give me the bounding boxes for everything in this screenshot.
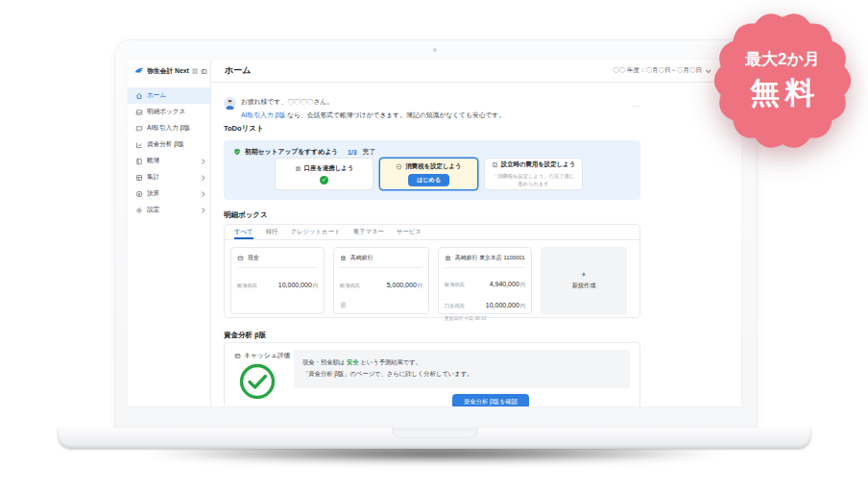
sidebar-item-label: 設定 bbox=[147, 206, 159, 214]
sidebar: 弥生会計 Next ホーム 明細ボックス bbox=[128, 60, 211, 406]
bank-icon bbox=[445, 255, 451, 261]
app-grid-icon[interactable] bbox=[192, 68, 198, 74]
balance-value: 4,940,000 bbox=[490, 281, 519, 287]
cash-evaluation-label: キャッシュ評価 bbox=[234, 351, 290, 360]
table-icon bbox=[135, 174, 143, 182]
tab-service[interactable]: サービス bbox=[397, 225, 422, 239]
sidebar-item-label: ホーム bbox=[147, 91, 166, 100]
yayoi-bird-logo-icon bbox=[134, 66, 144, 76]
free-badge-text: 最大2か月 無料 bbox=[706, 4, 859, 158]
fund-analysis-heading: 資金分析 β版 bbox=[224, 331, 266, 340]
fund-analysis-button[interactable]: 資金分析 β版を確認 bbox=[452, 394, 529, 406]
balance-label: 帳簿残高 bbox=[340, 283, 360, 289]
laptop-screen-bezel: 弥生会計 Next ホーム 明細ボックス bbox=[115, 40, 757, 428]
todo-card-title: 消費税を設定しよう bbox=[396, 162, 461, 171]
account-cards: 現金 帳簿残高 10,000,000円 高崎銀行 bbox=[225, 240, 639, 321]
sidebar-item-ledgers[interactable]: 帳簿 bbox=[128, 153, 210, 169]
avatar bbox=[224, 97, 236, 110]
balance-unit: 円 bbox=[520, 303, 525, 308]
line-chart-icon bbox=[135, 141, 143, 149]
shield-icon bbox=[233, 148, 241, 156]
tab-e-money[interactable]: 電子マネー bbox=[353, 225, 384, 239]
sidebar-item-statement-box[interactable]: 明細ボックス bbox=[128, 104, 210, 120]
laptop-camera-dot bbox=[433, 48, 437, 52]
account-card-cash[interactable]: 現金 帳簿残高 10,000,000円 bbox=[230, 247, 325, 314]
account-card-header: 高崎銀行 東京本店 1100001 bbox=[445, 254, 525, 268]
receipt-scan-icon[interactable] bbox=[340, 302, 347, 308]
more-menu-icon[interactable]: … bbox=[632, 100, 640, 109]
sidebar-collapse-icon[interactable] bbox=[201, 68, 207, 75]
todo-card-label: 口座を連携しよう bbox=[304, 164, 354, 173]
balance-value: 5,000,000 bbox=[387, 282, 417, 288]
sidebar-item-ai-entry[interactable]: AI取引入力 β版 bbox=[128, 120, 210, 136]
account-card-bank[interactable]: 高崎銀行 帳簿残高 5,000,000円 bbox=[333, 247, 429, 314]
free-badge: 最大2か月 無料 bbox=[706, 4, 859, 158]
todo-cards: 口座を連携しよう ✓ 消費税を設定しよう はじめる bbox=[275, 158, 583, 190]
statement-box-heading: 明細ボックス bbox=[224, 210, 268, 220]
create-account-card[interactable]: + 新規作成 bbox=[541, 247, 627, 314]
balance-row: 帳簿残高 5,000,000円 bbox=[340, 274, 422, 291]
account-card-bank-branch[interactable]: 高崎銀行 東京本店 1100001 帳簿残高 4,940,000円 口座残高 1… bbox=[438, 247, 532, 314]
account-updated-timestamp: 更新日時 今日 08:16 bbox=[445, 315, 525, 321]
statement-tabs: すべて 銀行 クレジットカード 電子マネー サービス bbox=[225, 225, 639, 240]
balance-unit: 円 bbox=[520, 282, 525, 287]
todo-card-label: 設立時の費用を設定しよう bbox=[501, 160, 575, 169]
todo-banner-title: 初期セットアップをすすめよう bbox=[245, 147, 338, 157]
todo-card-title: 口座を連携しよう bbox=[295, 164, 354, 173]
sidebar-item-label: 資金分析 β版 bbox=[147, 140, 184, 149]
todo-card-consumption-tax[interactable]: 消費税を設定しよう はじめる bbox=[379, 158, 478, 190]
sidebar-item-settlement[interactable]: 決算 bbox=[128, 185, 210, 202]
todo-card-label: 消費税を設定しよう bbox=[405, 162, 461, 171]
app-name: 弥生会計 Next bbox=[147, 66, 189, 76]
statement-box: すべて 銀行 クレジットカード 電子マネー サービス 現金 bbox=[224, 224, 640, 318]
balance-unit: 円 bbox=[418, 283, 422, 288]
todo-card-founding-costs[interactable]: 設立時の費用を設定しよう 「消費税を設定しよう」の完了後に 進められます bbox=[484, 158, 583, 190]
app-logo: 弥生会計 Next bbox=[128, 60, 210, 83]
book-icon bbox=[135, 158, 143, 165]
account-name: 高崎銀行 東京本店 1100001 bbox=[455, 254, 525, 262]
tab-bank[interactable]: 銀行 bbox=[266, 225, 278, 239]
balance-label: 口座残高 bbox=[445, 303, 465, 309]
sidebar-item-label: 決算 bbox=[147, 189, 159, 198]
tab-all[interactable]: すべて bbox=[234, 225, 253, 239]
ai-entry-link[interactable]: AI取引入力 β版 bbox=[241, 111, 285, 118]
cash-evaluation-text: キャッシュ評価 bbox=[244, 351, 290, 360]
todo-card-note: 「消費税を設定しよう」の完了後に 進められます bbox=[493, 172, 575, 187]
bank-icon bbox=[295, 165, 301, 172]
balance-label: 帳簿残高 bbox=[237, 283, 257, 289]
todo-card-link-account[interactable]: 口座を連携しよう ✓ bbox=[275, 158, 374, 190]
sidebar-nav: ホーム 明細ボックス AI取引入力 β版 資金分析 β版 bbox=[128, 83, 210, 218]
badge-line1: 最大2か月 bbox=[745, 48, 820, 70]
balance-row: 帳簿残高 4,940,000円 bbox=[445, 273, 525, 290]
balance-label: 帳簿残高 bbox=[445, 282, 465, 288]
balance-row: 帳簿残高 10,000,000円 bbox=[237, 274, 318, 291]
fiscal-period-selector[interactable]: 〇〇 年度：〇月〇日～〇月〇日 bbox=[613, 66, 710, 75]
account-card-header: 高崎銀行 bbox=[340, 254, 422, 268]
sidebar-item-summary[interactable]: 集計 bbox=[128, 169, 210, 185]
gear-icon bbox=[135, 207, 143, 214]
result-safe-badge: 安全 bbox=[347, 358, 359, 365]
fund-analysis-result: 現金・預金額は 安全 という予測結果です。 「資金分析 β版」のページで、さらに… bbox=[294, 350, 630, 388]
sidebar-item-label: 帳簿 bbox=[147, 157, 159, 165]
account-card-header: 現金 bbox=[237, 254, 318, 268]
fund-result-line2: 「資金分析 β版」のページで、さらに詳しく分析しています。 bbox=[302, 368, 621, 380]
fund-result-line1: 現金・預金額は 安全 という予測結果です。 bbox=[302, 357, 621, 368]
balance-unit: 円 bbox=[313, 283, 318, 288]
tab-credit-card[interactable]: クレジットカード bbox=[290, 225, 340, 239]
sidebar-item-settings[interactable]: 設定 bbox=[128, 202, 210, 218]
laptop-lid-notch bbox=[392, 428, 478, 438]
fiscal-period-label: 〇〇 年度：〇月〇日～〇月〇日 bbox=[613, 66, 702, 75]
cash-icon bbox=[237, 255, 244, 261]
account-name: 高崎銀行 bbox=[350, 254, 374, 262]
greeting-line2: AI取引入力 β版 なら、会話形式で帳簿づけができます。簿記の知識がなくても安心… bbox=[241, 111, 505, 120]
start-button[interactable]: はじめる bbox=[408, 174, 449, 186]
chevron-right-icon bbox=[200, 208, 205, 212]
page: 弥生会計 Next ホーム 明細ボックス bbox=[0, 0, 868, 492]
todo-heading: ToDoリスト bbox=[224, 124, 264, 134]
balance-row: 口座残高 10,000,000円 bbox=[445, 294, 525, 311]
todo-progress-suffix: 完了 bbox=[363, 147, 376, 157]
sidebar-item-home[interactable]: ホーム bbox=[128, 87, 210, 104]
topbar: ホーム 〇〇 年度：〇月〇日～〇月〇日 ? bbox=[211, 60, 741, 83]
sidebar-item-fund-analysis[interactable]: 資金分析 β版 bbox=[128, 136, 210, 153]
todo-banner-head: 初期セットアップをすすめよう 1/3 完了 bbox=[224, 140, 640, 157]
